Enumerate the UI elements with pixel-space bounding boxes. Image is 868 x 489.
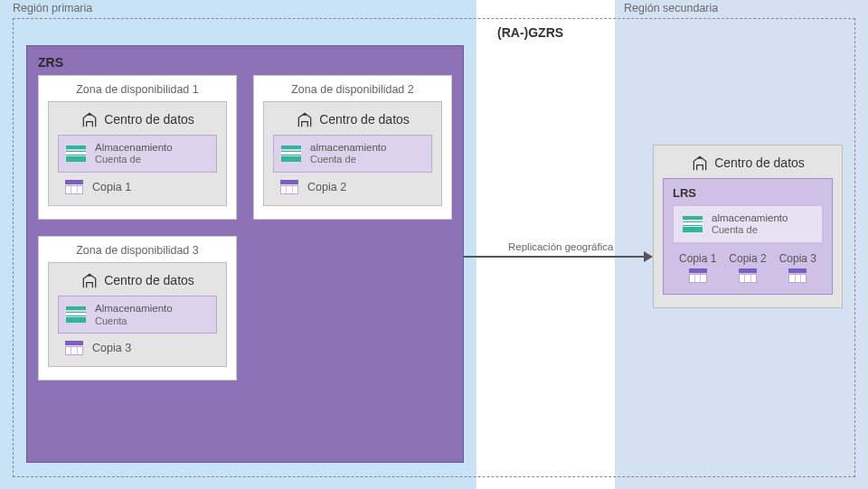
- storage-text: Almacenamiento Cuenta: [95, 302, 173, 327]
- copy-label: Copia 1: [679, 252, 716, 265]
- copy-icon: [280, 180, 298, 194]
- copy-icon: [65, 341, 83, 355]
- lrs-copy-icons: [673, 268, 823, 283]
- zrs-label: ZRS: [38, 55, 452, 70]
- storage-icon: [281, 146, 301, 162]
- datacenter-label: Centro de datos: [104, 112, 194, 127]
- storage-icon: [66, 306, 86, 323]
- lrs-container: LRS almacenamiento Cuenta de Copia 1 Cop…: [663, 178, 833, 295]
- datacenter-label: Centro de datos: [104, 273, 194, 287]
- copy-icon: [65, 180, 83, 194]
- datacenter-label: Centro de datos: [319, 112, 410, 127]
- storage-line1: almacenamiento: [310, 142, 386, 153]
- datacenter-header: Centro de datos: [58, 270, 217, 290]
- storage-line1: Almacenamiento: [95, 303, 173, 314]
- secondary-region-label: Región secundaria: [624, 2, 718, 14]
- copy-icon: [788, 268, 807, 283]
- datacenter-label: Centro de datos: [714, 155, 805, 170]
- datacenter-header: Centro de datos: [58, 109, 217, 129]
- storage-icon: [683, 216, 703, 232]
- storage-line1: Almacenamiento: [95, 142, 173, 153]
- copy-label: Copia 2: [307, 181, 346, 193]
- copy-label: Copia 1: [92, 181, 131, 193]
- storage-text: Almacenamiento Cuenta de: [95, 141, 173, 166]
- storage-icon: [66, 146, 86, 162]
- copy-label: Copia 2: [729, 252, 766, 265]
- datacenter-icon: [80, 109, 99, 129]
- copy-icon: [739, 268, 757, 283]
- datacenter-box: Centro de datos almacenamiento Cuenta de…: [263, 101, 442, 206]
- availability-zone-3: Zona de disponibilidad 3 Centro de datos…: [38, 236, 237, 381]
- availability-zone-2: Zona de disponibilidad 2 Centro de datos…: [253, 75, 452, 220]
- copy-label: Copia 3: [92, 342, 131, 354]
- lrs-copy-labels: Copia 1 Copia 2 Copia 3: [673, 252, 823, 265]
- secondary-datacenter-box: Centro de datos LRS almacenamiento Cuent…: [653, 145, 843, 308]
- storage-account-row: Almacenamiento Cuenta de: [58, 135, 217, 173]
- storage-line2: Cuenta de: [712, 224, 788, 237]
- datacenter-box: Centro de datos Almacenamiento Cuenta Co…: [48, 262, 227, 367]
- datacenter-icon: [691, 153, 709, 173]
- storage-account-row: almacenamiento Cuenta de: [673, 205, 823, 243]
- storage-line2: Cuenta de: [95, 154, 173, 166]
- zrs-container: ZRS Zona de disponibilidad 1 Centro de d…: [26, 45, 464, 463]
- copy-row: Copia 1: [58, 180, 217, 194]
- copy-label: Copia 3: [779, 252, 816, 265]
- zones-row: Zona de disponibilidad 1 Centro de datos…: [38, 75, 452, 381]
- storage-account-row: Almacenamiento Cuenta: [58, 296, 217, 334]
- storage-text: almacenamiento Cuenta de: [310, 141, 386, 166]
- storage-line1: almacenamiento: [712, 212, 788, 223]
- datacenter-icon: [296, 109, 314, 129]
- availability-zone-1: Zona de disponibilidad 1 Centro de datos…: [38, 75, 237, 220]
- copy-row: Copia 2: [273, 180, 432, 194]
- geo-replication-label: Replicación geográfica: [508, 241, 613, 252]
- copy-row: Copia 3: [58, 341, 217, 355]
- zone-title: Zona de disponibilidad 2: [263, 83, 442, 96]
- copy-icon: [689, 268, 707, 283]
- primary-region-label: Región primaria: [13, 2, 92, 14]
- geo-replication-arrow: [464, 256, 652, 258]
- zone-title: Zona de disponibilidad 1: [48, 83, 227, 96]
- datacenter-header: Centro de datos: [273, 109, 432, 129]
- zone-title: Zona de disponibilidad 3: [48, 244, 227, 257]
- storage-line2: Cuenta de: [310, 154, 386, 166]
- datacenter-box: Centro de datos Almacenamiento Cuenta de…: [48, 101, 227, 206]
- storage-text: almacenamiento Cuenta de: [712, 212, 788, 237]
- datacenter-icon: [80, 270, 99, 290]
- gzrs-label: (RA-)GZRS: [497, 25, 563, 40]
- storage-line2: Cuenta: [95, 315, 173, 328]
- datacenter-header: Centro de datos: [663, 153, 833, 173]
- storage-account-row: almacenamiento Cuenta de: [273, 135, 432, 173]
- lrs-label: LRS: [673, 186, 823, 200]
